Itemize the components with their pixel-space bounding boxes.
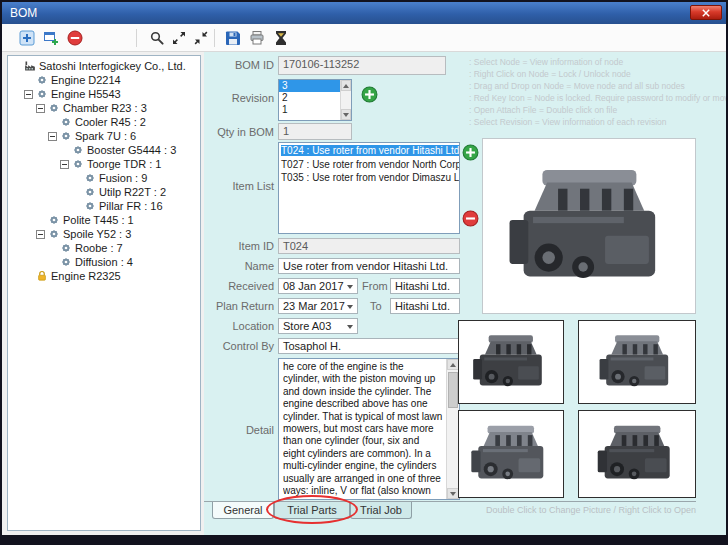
form-panel: BOM ID 170106-113252 Revision 3 2 1 Qty …	[204, 52, 726, 535]
add-item-button[interactable]	[462, 144, 479, 161]
control-by-field[interactable]: Tosaphol H.	[278, 338, 460, 354]
engine-thumbnail-2[interactable]	[578, 320, 696, 404]
print-button[interactable]	[246, 27, 268, 49]
tab-label: Trial Parts	[287, 504, 337, 516]
scroll-thumb[interactable]	[448, 372, 458, 408]
collapse-toggle[interactable]	[60, 160, 69, 169]
revision-scrollbar[interactable]	[340, 80, 351, 120]
tree-node[interactable]: Spoile Y52 : 3	[10, 227, 200, 241]
usage-hints: : Select Node = View information of node…	[469, 56, 728, 128]
tab-trial-parts[interactable]: Trial Parts	[274, 502, 350, 519]
item-list-row[interactable]: T027 : Use roter from vendor North Corp …	[279, 158, 459, 172]
remove-item-button[interactable]	[462, 210, 479, 227]
item-list-row-label: T035 : Use roter from vendor Dimaszu Ltd…	[281, 172, 460, 183]
item-list[interactable]: T024 : Use roter from vendor Hitashi Ltd…	[278, 142, 460, 234]
toolbar	[2, 24, 726, 52]
main-engine-picture[interactable]	[482, 138, 696, 314]
add-revision-button[interactable]	[361, 86, 378, 103]
scroll-up-icon[interactable]	[341, 80, 351, 91]
location-select[interactable]: Store A03	[278, 318, 358, 334]
gear-icon	[84, 200, 96, 212]
hint-line: : Right Click on Node = Lock / Unlock no…	[469, 68, 728, 80]
engine-photo-icon	[585, 325, 689, 399]
collapse-toggle[interactable]	[24, 90, 33, 99]
engine-thumbnail-4[interactable]	[578, 410, 696, 498]
tree-node-locked[interactable]: Engine R2325	[10, 269, 200, 283]
tree-node[interactable]: Diffusion : 4	[10, 255, 200, 269]
tree-node[interactable]: Utilp R22T : 2	[10, 185, 200, 199]
name-field[interactable]: Use roter from vendor Hitashi Ltd.	[278, 258, 460, 274]
add-node-button[interactable]	[40, 27, 62, 49]
item-list-row[interactable]: T035 : Use roter from vendor Dimaszu Ltd…	[279, 171, 459, 185]
qty-label: Qty in BOM	[204, 126, 274, 138]
close-button[interactable]	[690, 5, 722, 20]
gear-icon	[60, 256, 72, 268]
revision-option-selected[interactable]: 3	[279, 80, 340, 92]
tree-node[interactable]: Chamber R23 : 3	[10, 101, 200, 115]
expand-all-button[interactable]	[168, 27, 190, 49]
engine-photo-icon	[464, 325, 558, 399]
qty-field: 1	[278, 123, 352, 140]
detail-textarea[interactable]: he core of the engine is the cylinder, w…	[278, 358, 460, 500]
hint-line: : Red Key Icon = Node is locked. Require…	[469, 92, 728, 104]
revision-option[interactable]: 1	[279, 104, 340, 116]
save-button[interactable]	[222, 27, 244, 49]
item-id-label: Item ID	[204, 240, 274, 252]
hint-line: : Select Node = View information of node	[469, 56, 728, 68]
tree-node[interactable]: Booster G5444 : 3	[10, 143, 200, 157]
detail-label: Detail	[204, 424, 274, 436]
plan-return-label: Plan Return	[204, 300, 274, 312]
collapse-all-button[interactable]	[190, 27, 212, 49]
factory-icon	[24, 60, 36, 72]
engine-thumbnail-1[interactable]	[458, 320, 564, 404]
search-icon	[149, 30, 165, 46]
collapse-toggle[interactable]	[48, 132, 57, 141]
plus-circle-icon	[462, 144, 479, 161]
tree-node[interactable]: Engine D2214	[10, 73, 200, 87]
tree-node[interactable]: Pillar FR : 16	[10, 199, 200, 213]
tab-trial-job[interactable]: Trial Job	[350, 502, 412, 519]
collapse-toggle[interactable]	[36, 230, 45, 239]
tree-node[interactable]: Polite T445 : 1	[10, 213, 200, 227]
plan-return-date-select[interactable]: 23 Mar 2017	[278, 298, 358, 314]
tree-node[interactable]: Toorge TDR : 1	[10, 157, 200, 171]
detail-text: he core of the engine is the cylinder, w…	[283, 361, 443, 497]
tree-node-label: Spoile Y52 : 3	[63, 227, 131, 241]
toolbar-separator	[136, 29, 137, 47]
tree-node-label: Diffusion : 4	[75, 255, 133, 269]
tree-node-label: Satoshi Interfogickey Co., Ltd.	[39, 59, 186, 73]
item-list-row[interactable]: T024 : Use roter from vendor Hitashi Ltd…	[279, 144, 459, 158]
scroll-down-icon[interactable]	[341, 109, 351, 120]
received-date-select[interactable]: 08 Jan 2017	[278, 278, 358, 294]
revision-list[interactable]: 3 2 1	[278, 79, 352, 121]
control-by-label: Control By	[204, 340, 274, 352]
collapse-toggle[interactable]	[36, 104, 45, 113]
tree-node-label: Cooler R45 : 2	[75, 115, 146, 129]
tree-node[interactable]: Engine H5543	[10, 87, 200, 101]
remove-button[interactable]	[64, 27, 86, 49]
item-list-label: Item List	[204, 180, 274, 192]
hint-line: : Select Revision = View information of …	[469, 116, 728, 128]
engine-photo-icon	[464, 415, 558, 492]
from-field[interactable]: Hitashi Ltd.	[390, 278, 460, 294]
tree-node[interactable]: Roobe : 7	[10, 241, 200, 255]
tree-node-company[interactable]: Satoshi Interfogickey Co., Ltd.	[10, 59, 200, 73]
bom-id-field: 170106-113252	[278, 56, 446, 75]
window-title: BOM	[10, 6, 37, 20]
engine-thumbnail-3[interactable]	[458, 410, 564, 498]
history-button[interactable]	[270, 27, 292, 49]
name-label: Name	[204, 260, 274, 272]
add-icon	[19, 30, 35, 46]
revision-option[interactable]: 2	[279, 92, 340, 104]
gear-icon	[84, 172, 96, 184]
tree-node[interactable]: Fusion : 9	[10, 171, 200, 185]
received-label: Received	[204, 280, 274, 292]
to-label: To	[370, 300, 382, 312]
bom-tree[interactable]: Satoshi Interfogickey Co., Ltd. Engine D…	[7, 55, 201, 531]
tab-general[interactable]: General	[212, 502, 274, 519]
tree-node[interactable]: Spark 7U : 6	[10, 129, 200, 143]
to-field[interactable]: Hitashi Ltd.	[390, 298, 460, 314]
search-button[interactable]	[146, 27, 168, 49]
add-button[interactable]	[16, 27, 38, 49]
tree-node[interactable]: Cooler R45 : 2	[10, 115, 200, 129]
